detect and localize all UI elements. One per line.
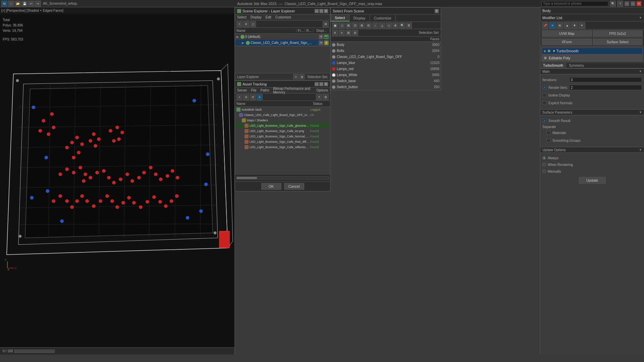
menu-customize[interactable]: Customize xyxy=(275,15,292,19)
radio-manually[interactable]: Manually xyxy=(542,168,642,174)
asset-row-red[interactable]: LED_Light_Business_Sign_Cafe_Red_diffus.… xyxy=(235,139,330,144)
layer-row-default[interactable]: ▶ 0 (default) ☀ 📷 xyxy=(235,34,330,40)
sel-tool-8[interactable]: △ xyxy=(379,22,385,28)
fpd-btn[interactable]: FPD 2x2x2 xyxy=(593,30,643,37)
select-item-switch-base[interactable]: Switch_base 440 xyxy=(331,78,441,84)
radio-when-rendering[interactable]: When Rendering xyxy=(542,162,642,168)
isoline-checkbox[interactable] xyxy=(542,93,546,97)
select-item-body[interactable]: Body 3060 xyxy=(331,42,441,48)
select-item-lamps-blue[interactable]: Lamps_blue 11520 xyxy=(331,60,441,66)
explorer-icon-2[interactable]: ⊞ xyxy=(299,74,305,79)
undo-btn[interactable]: ↩ xyxy=(28,1,34,7)
sel-tool-6[interactable]: ⊟ xyxy=(366,22,372,28)
sel-tool-2[interactable]: ◻ xyxy=(339,22,345,28)
toolbar-options[interactable]: ⚙ xyxy=(323,21,329,27)
explorer-icon-1[interactable]: ≡ xyxy=(293,74,299,79)
asset-settings[interactable]: ⚙ xyxy=(323,94,329,100)
asset-row-maps[interactable]: Maps / Shaders xyxy=(235,118,330,123)
minimize-btn[interactable]: — xyxy=(625,1,629,6)
asset-row-gloss[interactable]: LED_Light_Business_Sign_Cafe_glossiness.… xyxy=(235,123,330,128)
asset-minimize[interactable]: — xyxy=(315,82,319,86)
save-btn[interactable]: 💾 xyxy=(21,1,28,7)
stack-turbosmooth[interactable]: ▶ ✦ TurboSmooth xyxy=(542,48,643,54)
xform-btn[interactable]: XForm xyxy=(542,39,592,45)
sel-tool-5[interactable]: ⊞ xyxy=(359,22,365,28)
render-iters-input[interactable] xyxy=(569,85,642,90)
select-tab-customize[interactable]: Customize xyxy=(370,14,396,21)
search-input[interactable] xyxy=(541,1,608,6)
main-section-header[interactable]: Main ▼ xyxy=(540,68,644,74)
modifier-list-dropdown[interactable]: Modifier List ▼ xyxy=(540,14,644,21)
asset-options[interactable]: Options xyxy=(316,88,329,92)
select-tab-select[interactable]: Select xyxy=(331,14,350,21)
toolbar-select-all[interactable]: ◻ xyxy=(250,21,256,27)
layer-explorer-close[interactable]: ✕ xyxy=(324,9,328,13)
new-btn[interactable]: □ xyxy=(8,1,14,7)
sel-tool2-4[interactable]: ⊟ xyxy=(352,30,358,36)
asset-paths[interactable]: Paths xyxy=(260,88,270,92)
asset-row-vault[interactable]: Autodesk Vault Logged xyxy=(235,107,330,112)
menu-select[interactable]: Select xyxy=(236,15,247,19)
asset-help[interactable]: ? xyxy=(316,94,322,100)
surface-select-btn[interactable]: Surface Select xyxy=(593,39,643,45)
select-item-switch-button[interactable]: Switch_button 260 xyxy=(331,84,441,90)
sel-tool-4[interactable]: ⊡ xyxy=(352,22,358,28)
layer-cam-icon[interactable]: 📷 xyxy=(324,35,329,39)
surface-params-header[interactable]: Surface Parameters ▼ xyxy=(540,109,644,115)
sel-tool2-1[interactable]: ✕ xyxy=(332,30,338,36)
menu-display[interactable]: Display xyxy=(250,15,262,19)
asset-close[interactable]: ✕ xyxy=(324,82,328,86)
uvw-map-btn[interactable]: UVW Map xyxy=(542,30,592,37)
asset-bitmap[interactable]: Bitmap Performance and Memory xyxy=(272,87,313,94)
sel-tool2-2[interactable]: ≡ xyxy=(339,30,345,36)
layer-explorer-minimize[interactable]: — xyxy=(315,9,319,13)
help-icon[interactable]: ? xyxy=(617,1,623,7)
asset-restore[interactable]: □ xyxy=(319,82,323,86)
select-item-bolts[interactable]: Bolts 3264 xyxy=(331,48,441,54)
asset-file[interactable]: File xyxy=(250,88,257,92)
close-btn[interactable]: ✕ xyxy=(637,1,641,6)
sel-tool-1[interactable]: ▣ xyxy=(332,22,338,28)
toolbar-delete-layer[interactable]: ✕ xyxy=(243,21,249,27)
layer-row-classic[interactable]: ▶ Classic_LED_Cafe_Light_Board_Sign_... … xyxy=(235,40,330,46)
explicit-normals-checkbox[interactable] xyxy=(542,101,546,105)
redo-btn[interactable]: ↪ xyxy=(35,1,41,7)
sel-tool-11[interactable]: 🔍 xyxy=(399,22,405,28)
sel-tool-12[interactable]: ⚙ xyxy=(406,22,412,28)
mod-tool-list[interactable]: ≡ xyxy=(549,22,556,29)
search-icon[interactable]: 🔍 xyxy=(610,1,616,7)
select-item-classic[interactable]: Classic_LED_Cafe_Light_Board_Sign_OFF 0 xyxy=(331,54,441,60)
layer-explorer-restore[interactable]: □ xyxy=(319,9,323,13)
mod-tool-pin[interactable]: 📌 xyxy=(542,22,548,29)
mod-tool-2[interactable]: ⊞ xyxy=(556,22,563,29)
asset-cancel-button[interactable]: Cancel xyxy=(284,183,304,190)
asset-row-reflect[interactable]: LED_Light_Business_Sign_Cafe_reflection.… xyxy=(235,144,330,150)
asset-ok-button[interactable]: OK xyxy=(261,183,281,190)
render-iters-checkbox[interactable]: ✓ xyxy=(542,85,546,89)
max-icon[interactable]: M xyxy=(1,1,7,7)
layer-sun-icon[interactable]: ☀ xyxy=(319,35,323,39)
radio-always[interactable]: Always xyxy=(542,155,642,161)
maximize-btn[interactable]: □ xyxy=(631,1,635,6)
asset-server[interactable]: Server xyxy=(236,88,248,92)
asset-row-normal[interactable]: LED_Light_Business_Sign_Cafe_Normal.png … xyxy=(235,134,330,139)
smoothing-groups-checkbox[interactable] xyxy=(546,138,550,142)
sel-tool-7[interactable]: ○ xyxy=(372,22,378,28)
asset-scrollbar[interactable] xyxy=(236,177,329,179)
turbosmoooth-tab-sym[interactable]: Symmetry xyxy=(566,63,587,68)
mod-tool-3[interactable]: ▲ xyxy=(564,22,571,29)
select-scene-close[interactable]: ✕ xyxy=(435,9,439,13)
menu-edit[interactable]: Edit xyxy=(265,15,272,19)
sel-tool-9[interactable]: ◇ xyxy=(386,22,392,28)
asset-list-view[interactable]: ≡ xyxy=(257,94,263,100)
select-item-lamps-red[interactable]: Lamps_red 16896 xyxy=(331,66,441,72)
viewport[interactable]: [+] [Perspective] [Shaded + Edged Faces]… xyxy=(0,7,235,355)
open-btn[interactable]: 📂 xyxy=(15,1,21,7)
iterations-input[interactable] xyxy=(569,77,642,82)
smooth-result-checkbox[interactable]: ✓ xyxy=(542,119,546,123)
select-item-lamps-white[interactable]: Lamps_White 3456 xyxy=(331,72,441,78)
asset-refresh[interactable]: ↺ xyxy=(250,94,256,100)
asset-new[interactable]: + xyxy=(236,94,243,100)
asset-row-ior[interactable]: LED_Light_Business_Sign_Cafe_ior.png Fou… xyxy=(235,128,330,134)
update-options-header[interactable]: Update Options ▼ xyxy=(540,147,644,153)
